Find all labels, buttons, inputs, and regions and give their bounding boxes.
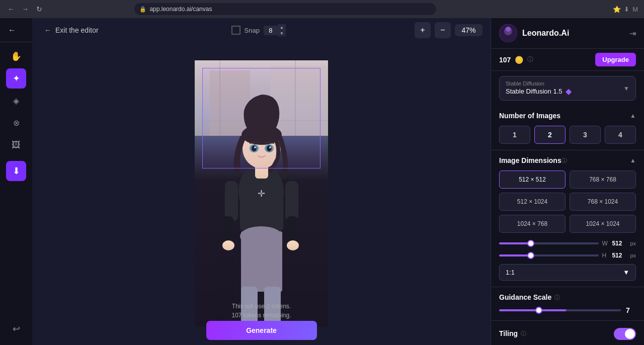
refresh-button[interactable]: ↻ <box>34 4 44 14</box>
ratio-selector[interactable]: 1:1 ▼ <box>499 264 636 281</box>
dimensions-title: Image Dimensions <box>499 156 561 164</box>
snap-steppers[interactable]: ▲ ▼ <box>278 24 286 36</box>
tiling-info-icon[interactable]: ⓘ <box>521 330 526 337</box>
dimensions-grid: 512 × 512 768 × 768 512 × 1024 768 × 102… <box>499 170 636 233</box>
num-images-2-button[interactable]: 2 <box>534 126 566 144</box>
height-slider[interactable] <box>499 254 599 256</box>
image-icon: 🖼 <box>12 140 21 150</box>
zoom-controls: + − 47% <box>415 22 482 38</box>
dimensions-chevron[interactable]: ▲ <box>630 157 636 164</box>
profile-icon[interactable]: M <box>632 6 638 13</box>
token-info-icon[interactable]: ⓘ <box>527 55 533 64</box>
model-section-label: Stable Diffusion <box>506 80 572 87</box>
ratio-chevron-icon: ▼ <box>623 269 629 276</box>
dimensions-info-icon[interactable]: ⓘ <box>561 157 567 164</box>
height-unit: px <box>630 252 636 258</box>
num-images-3-button[interactable]: 3 <box>570 126 601 144</box>
back-button[interactable]: ← <box>6 4 16 14</box>
download-manager-icon[interactable]: ⬇ <box>624 6 629 13</box>
undo-icon: ↩ <box>13 323 20 334</box>
token-line2: 107 tokens remaining. <box>231 311 291 320</box>
model-name: Stable Diffusion 1.5 <box>506 88 562 95</box>
exit-label: Exit the editor <box>55 26 99 34</box>
zoom-in-button[interactable]: + <box>415 22 431 38</box>
url-text: app.leonardo.ai/canvas <box>149 6 212 13</box>
upgrade-button[interactable]: Upgrade <box>595 53 636 66</box>
snap-down-button[interactable]: ▼ <box>278 30 286 36</box>
exit-editor-text-button[interactable]: ← Exit the editor <box>40 24 103 36</box>
panel-brand: Leonardo.Ai <box>499 24 569 42</box>
dim-512x1024-button[interactable]: 512 × 1024 <box>499 193 566 211</box>
model-chevron-icon: ▼ <box>623 85 629 92</box>
num-images-1-button[interactable]: 1 <box>499 126 530 144</box>
dim-768x768-button[interactable]: 768 × 768 <box>570 170 636 189</box>
download-icon: ⬇ <box>13 165 20 177</box>
guidance-info-icon[interactable]: ⓘ <box>554 294 560 301</box>
forward-button[interactable]: → <box>20 4 30 14</box>
inpaint-tool-button[interactable]: ⊗ <box>6 113 26 133</box>
width-slider[interactable] <box>499 242 599 244</box>
guidance-slider[interactable] <box>499 309 621 311</box>
height-value: 512 <box>612 252 627 259</box>
snap-value-container: 8 ▲ ▼ <box>264 24 286 36</box>
svg-rect-16 <box>287 216 298 241</box>
image-tool-button[interactable]: 🖼 <box>6 135 26 155</box>
extensions-icon[interactable]: ⭐ <box>613 6 621 13</box>
generate-button[interactable]: Generate <box>206 321 317 340</box>
exit-editor-button[interactable]: ← <box>4 24 20 37</box>
left-toolbar: ← ✋ ✦ ◈ ⊗ 🖼 ⬇ ↩ <box>0 18 32 345</box>
svg-rect-14 <box>222 216 233 241</box>
dimensions-section-header: Image Dimensions ⓘ ▲ <box>499 156 636 164</box>
num-images-chevron[interactable]: ▲ <box>630 112 636 119</box>
panel-collapse-button[interactable]: ⇥ <box>629 29 636 38</box>
eraser-icon: ◈ <box>13 96 19 106</box>
undo-button[interactable]: ↩ <box>6 319 26 339</box>
panel-header: Leonardo.Ai ⇥ <box>491 18 644 49</box>
guidance-header: Guidance Scale ⓘ <box>499 293 636 301</box>
select-tool-button[interactable]: ✦ <box>6 68 26 89</box>
url-bar[interactable]: 🔒 app.leonardo.ai/canvas <box>134 3 436 15</box>
tiling-title: Tiling <box>499 329 518 337</box>
snap-up-button[interactable]: ▲ <box>278 24 286 30</box>
svg-rect-13 <box>225 181 238 221</box>
hand-tool-button[interactable]: ✋ <box>6 46 26 66</box>
model-logo-icon: ◆ <box>566 87 572 96</box>
browser-bar: ← → ↻ 🔒 app.leonardo.ai/canvas ⭐ ⬇ M <box>0 0 644 18</box>
guidance-title: Guidance Scale <box>499 293 551 301</box>
generate-label: Generate <box>246 326 277 334</box>
dim-1024x1024-button[interactable]: 1024 × 1024 <box>570 215 636 233</box>
app-container: ← ✋ ✦ ◈ ⊗ 🖼 ⬇ ↩ <box>0 18 644 345</box>
select-icon: ✦ <box>13 73 20 84</box>
snap-label: Snap <box>245 27 260 34</box>
zoom-level: 47% <box>455 24 482 36</box>
dim-768x1024-button[interactable]: 768 × 1024 <box>570 193 636 211</box>
height-control-row: H 512 px <box>499 252 636 259</box>
snap-toggle[interactable] <box>231 26 240 35</box>
move-cursor-icon: ✛ <box>258 188 265 199</box>
snap-controls: Snap 8 ▲ ▼ <box>231 24 286 36</box>
model-info: Stable Diffusion Stable Diffusion 1.5 ◆ <box>506 80 572 96</box>
dim-512x512-button[interactable]: 512 × 512 <box>499 170 566 189</box>
snap-value: 8 <box>264 26 278 35</box>
svg-point-32 <box>506 27 511 32</box>
eraser-tool-button[interactable]: ◈ <box>6 91 26 111</box>
model-selector[interactable]: Stable Diffusion Stable Diffusion 1.5 ◆ … <box>499 76 636 101</box>
selection-box <box>202 68 320 168</box>
toggle-knob <box>625 329 635 339</box>
token-row: 107 🪙 ⓘ Upgrade <box>491 49 644 71</box>
dim-1024x768-button[interactable]: 1024 × 768 <box>499 215 566 233</box>
token-count: 107 <box>499 56 511 64</box>
num-images-4-button[interactable]: 4 <box>605 126 636 144</box>
tiling-toggle[interactable] <box>614 328 636 340</box>
canvas-content[interactable]: ✛ This will use 2 tokens. 107 tokens rem… <box>32 42 491 345</box>
model-name-row: Stable Diffusion 1.5 ◆ <box>506 87 572 96</box>
token-info: This will use 2 tokens. 107 tokens remai… <box>231 302 291 320</box>
image-dimensions-section: Image Dimensions ⓘ ▲ 512 × 512 768 × 768… <box>491 150 644 287</box>
download-button[interactable]: ⬇ <box>6 161 26 181</box>
guidance-value: 7 <box>626 306 636 314</box>
zoom-out-button[interactable]: − <box>435 22 451 38</box>
ratio-value: 1:1 <box>506 269 515 276</box>
tiling-toggle-container <box>614 327 636 340</box>
token-line1: This will use 2 tokens. <box>231 302 291 311</box>
canvas-area: ← Exit the editor Snap 8 ▲ ▼ + − <box>32 18 491 345</box>
